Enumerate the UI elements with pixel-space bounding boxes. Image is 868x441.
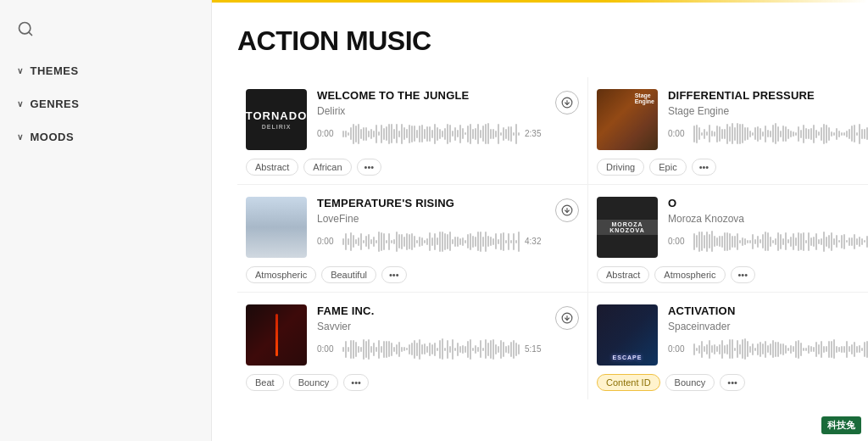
track-artist-3: LoveFine bbox=[317, 213, 545, 225]
waveform-row-6: 0:00 4:13 bbox=[668, 338, 868, 361]
page-title: ACTION MUSIC bbox=[237, 25, 843, 57]
artwork-o: MOROZA KNOZOVA bbox=[597, 197, 658, 258]
tag-african-1[interactable]: African bbox=[303, 159, 351, 176]
chevron-icon: ∨ bbox=[17, 132, 24, 142]
track-card-2: StageEngine DIFFERENTIAL PRESSURE Stage … bbox=[588, 77, 868, 185]
tag-abstract-1[interactable]: Abstract bbox=[246, 159, 298, 176]
track-artwork-6[interactable]: ESCAPE bbox=[597, 304, 658, 366]
track-info-1: WELCOME TO THE JUNGLE Delirix 0:00 2:35 bbox=[317, 89, 545, 146]
top-accent-bar bbox=[212, 0, 868, 3]
sidebar-item-genres[interactable]: ∨ GENRES bbox=[0, 87, 211, 120]
artwork-tornado: TORNADO DELIRIX bbox=[246, 89, 307, 150]
sidebar-item-genres-label: GENRES bbox=[31, 98, 80, 110]
time-start-1: 0:00 bbox=[317, 129, 337, 138]
chevron-icon: ∨ bbox=[17, 66, 24, 75]
track-artwork-5[interactable] bbox=[246, 304, 307, 366]
tag-beat-5[interactable]: Beat bbox=[246, 374, 284, 391]
time-start-4: 0:00 bbox=[668, 237, 688, 246]
tags-row-4: Abstract Atmospheric ••• bbox=[597, 266, 868, 283]
download-button-1[interactable] bbox=[555, 91, 579, 114]
track-title-5: FAME INC. bbox=[317, 304, 545, 319]
waveform-6[interactable] bbox=[693, 338, 868, 361]
track-card-1: TORNADO DELIRIX WELCOME TO THE JUNGLE De… bbox=[237, 77, 588, 185]
track-info-2: DIFFERENTIAL PRESSURE Stage Engine 0:00 … bbox=[668, 89, 868, 146]
tag-bouncy-6[interactable]: Bouncy bbox=[665, 374, 715, 391]
tag-more-4[interactable]: ••• bbox=[731, 266, 756, 283]
track-artwork-4[interactable]: MOROZA KNOZOVA bbox=[597, 197, 658, 258]
track-title-1: WELCOME TO THE JUNGLE bbox=[317, 89, 545, 103]
track-grid: TORNADO DELIRIX WELCOME TO THE JUNGLE De… bbox=[237, 77, 843, 399]
track-artist-6: Spaceinvader bbox=[668, 321, 868, 332]
sidebar-item-themes-label: THEMES bbox=[31, 64, 79, 77]
track-title-4: O bbox=[668, 197, 868, 211]
tag-abstract-4[interactable]: Abstract bbox=[597, 266, 649, 283]
artwork-temperature bbox=[246, 197, 307, 258]
time-end-3: 4:32 bbox=[525, 237, 545, 246]
tag-bouncy-5[interactable]: Bouncy bbox=[289, 374, 339, 391]
waveform-2[interactable] bbox=[693, 122, 868, 146]
track-artist-1: Delirix bbox=[317, 105, 545, 117]
waveform-1[interactable] bbox=[342, 122, 520, 146]
tag-atmospheric-3[interactable]: Atmospheric bbox=[246, 266, 316, 283]
waveform-row-1: 0:00 2:35 bbox=[317, 122, 545, 146]
search-button[interactable] bbox=[0, 14, 211, 54]
artwork-differential: StageEngine bbox=[597, 89, 658, 150]
time-start-6: 0:00 bbox=[668, 344, 688, 354]
track-info-6: ACTIVATION Spaceinvader 0:00 4:13 bbox=[668, 304, 868, 361]
track-artwork-3[interactable] bbox=[246, 197, 307, 258]
track-artist-4: Moroza Knozova bbox=[668, 213, 868, 225]
waveform-3[interactable] bbox=[342, 230, 520, 254]
waveform-4[interactable] bbox=[693, 230, 868, 254]
artwork-fame bbox=[246, 304, 307, 366]
download-button-3[interactable] bbox=[555, 198, 579, 222]
track-card-3: TEMPERATURE'S RISING LoveFine 0:00 4:32 bbox=[237, 185, 588, 293]
sidebar-item-moods[interactable]: ∨ MOODS bbox=[0, 120, 211, 154]
watermark: 科技兔 bbox=[821, 416, 861, 434]
track-info-4: O Moroza Knozova 0:00 2:32 bbox=[668, 197, 868, 254]
waveform-row-2: 0:00 3:56 bbox=[668, 122, 868, 146]
track-artist-2: Stage Engine bbox=[668, 105, 868, 117]
main-content: ACTION MUSIC TORNADO DELIRIX WELCOME TO … bbox=[212, 0, 868, 441]
sidebar: ∨ THEMES ∨ GENRES ∨ MOODS bbox=[0, 0, 212, 441]
tag-more-2[interactable]: ••• bbox=[692, 159, 717, 176]
tag-beautiful-3[interactable]: Beautiful bbox=[321, 266, 376, 283]
tags-row-3: Atmospheric Beautiful ••• bbox=[246, 266, 579, 283]
track-title-6: ACTIVATION bbox=[668, 304, 868, 319]
track-card-6: ESCAPE ACTIVATION Spaceinvader 0:00 4:13 bbox=[588, 293, 868, 399]
tag-more-6[interactable]: ••• bbox=[720, 374, 745, 391]
tag-more-1[interactable]: ••• bbox=[357, 159, 382, 176]
track-card-5: FAME INC. Savvier 0:00 5:15 bbox=[237, 293, 588, 399]
track-info-3: TEMPERATURE'S RISING LoveFine 0:00 4:32 bbox=[317, 197, 545, 254]
track-artist-5: Savvier bbox=[317, 321, 545, 332]
svg-line-1 bbox=[29, 32, 32, 36]
tag-epic-2[interactable]: Epic bbox=[649, 159, 686, 176]
time-start-3: 0:00 bbox=[317, 237, 337, 246]
track-info-5: FAME INC. Savvier 0:00 5:15 bbox=[317, 304, 545, 361]
time-end-5: 5:15 bbox=[525, 344, 545, 354]
waveform-row-4: 0:00 2:32 bbox=[668, 230, 868, 254]
sidebar-item-themes[interactable]: ∨ THEMES bbox=[0, 54, 211, 87]
track-title-3: TEMPERATURE'S RISING bbox=[317, 197, 545, 211]
tags-row-1: Abstract African ••• bbox=[246, 159, 579, 176]
artwork-activation: ESCAPE bbox=[597, 304, 658, 366]
track-card-4: MOROZA KNOZOVA O Moroza Knozova 0:00 2:3… bbox=[588, 185, 868, 293]
tag-more-3[interactable]: ••• bbox=[381, 266, 407, 283]
track-artwork-1[interactable]: TORNADO DELIRIX bbox=[246, 89, 307, 150]
tag-driving-2[interactable]: Driving bbox=[597, 159, 644, 176]
waveform-row-5: 0:00 5:15 bbox=[317, 338, 545, 361]
time-end-1: 2:35 bbox=[525, 129, 545, 138]
track-title-2: DIFFERENTIAL PRESSURE bbox=[668, 89, 868, 103]
waveform-5[interactable] bbox=[342, 338, 520, 361]
track-artwork-2[interactable]: StageEngine bbox=[597, 89, 658, 150]
time-start-2: 0:00 bbox=[668, 129, 688, 138]
time-start-5: 0:00 bbox=[317, 344, 337, 354]
sidebar-item-moods-label: MOODS bbox=[31, 131, 75, 143]
tag-content-id-6[interactable]: Content ID bbox=[597, 374, 660, 391]
tag-more-5[interactable]: ••• bbox=[343, 374, 369, 391]
tag-atmospheric-4[interactable]: Atmospheric bbox=[654, 266, 725, 283]
download-button-5[interactable] bbox=[555, 306, 579, 330]
tags-row-2: Driving Epic ••• bbox=[597, 159, 868, 176]
tags-row-6: Content ID Bouncy ••• bbox=[597, 374, 868, 391]
tags-row-5: Beat Bouncy ••• bbox=[246, 374, 579, 391]
waveform-row-3: 0:00 4:32 bbox=[317, 230, 545, 254]
